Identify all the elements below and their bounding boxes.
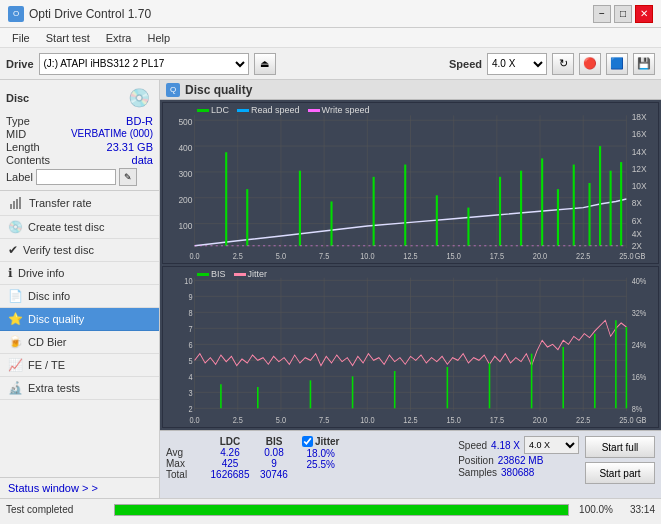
- svg-text:2.5: 2.5: [233, 414, 244, 425]
- svg-text:8X: 8X: [632, 198, 642, 209]
- svg-text:5.0: 5.0: [276, 414, 287, 425]
- svg-text:25.0: 25.0: [619, 414, 634, 425]
- minimize-button[interactable]: −: [593, 5, 611, 23]
- content-title: Disc quality: [185, 83, 252, 97]
- svg-text:15.0: 15.0: [447, 252, 462, 262]
- sidebar-item-cd-bier[interactable]: 🍺 CD Bier: [0, 331, 159, 354]
- svg-text:20.0: 20.0: [533, 414, 548, 425]
- svg-text:4X: 4X: [632, 229, 642, 240]
- nav-items: Transfer rate 💿 Create test disc ✔ Verif…: [0, 191, 159, 477]
- menu-help[interactable]: Help: [139, 31, 178, 45]
- stats-bis-header: BIS: [252, 436, 296, 447]
- svg-text:10: 10: [184, 275, 192, 286]
- svg-text:300: 300: [178, 168, 192, 179]
- svg-text:2.5: 2.5: [233, 252, 244, 262]
- sidebar: Disc 💿 Type BD-R MID VERBATIMe (000) Len…: [0, 80, 160, 498]
- disc-mid-label: MID: [6, 128, 26, 140]
- extra-tests-icon: 🔬: [8, 381, 23, 395]
- disc-icon: 💿: [125, 84, 153, 112]
- progress-bar-outer: [114, 504, 569, 516]
- jitter-checkbox[interactable]: [302, 436, 313, 447]
- sidebar-item-drive-info[interactable]: ℹ Drive info: [0, 262, 159, 285]
- svg-text:0.0: 0.0: [189, 252, 200, 262]
- speed-select[interactable]: 4.0 X: [487, 53, 547, 75]
- refresh-button[interactable]: ↻: [552, 53, 574, 75]
- disc-label-edit-button[interactable]: ✎: [119, 168, 137, 186]
- verify-test-disc-label: Verify test disc: [23, 244, 94, 256]
- disc-contents-label: Contents: [6, 154, 50, 166]
- transfer-rate-icon: [8, 195, 24, 211]
- drive-select[interactable]: (J:) ATAPI iHBS312 2 PL17: [39, 53, 249, 75]
- transfer-rate-label: Transfer rate: [29, 197, 92, 209]
- svg-text:5.0: 5.0: [276, 252, 287, 262]
- settings-button[interactable]: 🟦: [606, 53, 628, 75]
- svg-text:100: 100: [178, 220, 192, 231]
- stats-bar: LDC BIS Avg 4.26 0.08 Max 425 9 Total 16…: [160, 430, 661, 498]
- svg-text:6X: 6X: [632, 215, 642, 226]
- bottom-chart-svg: 10 9 8 7 6 5 4 3 2 40% 32% 24% 16% 8%: [163, 267, 658, 427]
- svg-text:7: 7: [188, 323, 192, 334]
- sidebar-item-fe-te[interactable]: 📈 FE / TE: [0, 354, 159, 377]
- sidebar-item-transfer-rate[interactable]: Transfer rate: [0, 191, 159, 216]
- stats-max-label: Max: [166, 458, 208, 469]
- drive-label: Drive: [6, 58, 34, 70]
- disc-title: Disc: [6, 92, 29, 104]
- menu-bar: File Start test Extra Help: [0, 28, 661, 48]
- svg-text:8%: 8%: [632, 403, 643, 414]
- create-test-disc-icon: 💿: [8, 220, 23, 234]
- content-header-icon: Q: [166, 83, 180, 97]
- menu-file[interactable]: File: [4, 31, 38, 45]
- svg-text:32%: 32%: [632, 307, 647, 318]
- sidebar-item-verify-test-disc[interactable]: ✔ Verify test disc: [0, 239, 159, 262]
- close-button[interactable]: ✕: [635, 5, 653, 23]
- start-part-button[interactable]: Start part: [585, 462, 655, 484]
- svg-text:8: 8: [188, 307, 192, 318]
- svg-text:25.0: 25.0: [619, 252, 634, 262]
- svg-rect-1: [13, 201, 15, 209]
- eject-button[interactable]: ⏏: [254, 53, 276, 75]
- stats-table: LDC BIS Avg 4.26 0.08 Max 425 9 Total 16…: [166, 436, 296, 480]
- stats-avg-ldc: 4.26: [208, 447, 252, 458]
- speed-select-stat[interactable]: 4.0 X: [524, 436, 579, 454]
- svg-text:2: 2: [188, 403, 192, 414]
- svg-text:12.5: 12.5: [403, 414, 418, 425]
- svg-text:12X: 12X: [632, 163, 647, 174]
- svg-text:9: 9: [188, 291, 192, 302]
- jitter-label: Jitter: [315, 436, 339, 447]
- read-speed-legend-color: [237, 109, 249, 112]
- svg-rect-3: [19, 197, 21, 209]
- svg-text:17.5: 17.5: [490, 252, 505, 262]
- disc-length-value: 23.31 GB: [107, 141, 153, 153]
- svg-text:GB: GB: [635, 252, 646, 262]
- svg-rect-0: [10, 204, 12, 209]
- burn-button[interactable]: 🔴: [579, 53, 601, 75]
- maximize-button[interactable]: □: [614, 5, 632, 23]
- svg-text:7.5: 7.5: [319, 252, 330, 262]
- stats-max-bis: 9: [252, 458, 296, 469]
- sidebar-item-disc-info[interactable]: 📄 Disc info: [0, 285, 159, 308]
- ldc-legend-color: [197, 109, 209, 112]
- svg-text:20.0: 20.0: [533, 252, 548, 262]
- sidebar-item-create-test-disc[interactable]: 💿 Create test disc: [0, 216, 159, 239]
- stats-ldc-header: LDC: [208, 436, 252, 447]
- svg-text:17.5: 17.5: [490, 414, 505, 425]
- disc-label-input[interactable]: [36, 169, 116, 185]
- disc-quality-label: Disc quality: [28, 313, 84, 325]
- jitter-legend-label: Jitter: [248, 269, 268, 279]
- start-full-button[interactable]: Start full: [585, 436, 655, 458]
- sidebar-item-extra-tests[interactable]: 🔬 Extra tests: [0, 377, 159, 400]
- svg-text:10X: 10X: [632, 181, 647, 192]
- cd-bier-label: CD Bier: [28, 336, 67, 348]
- disc-info-label: Disc info: [28, 290, 70, 302]
- save-button[interactable]: 💾: [633, 53, 655, 75]
- svg-rect-2: [16, 199, 18, 209]
- menu-start-test[interactable]: Start test: [38, 31, 98, 45]
- elapsed-time: 33:14: [621, 504, 655, 515]
- menu-extra[interactable]: Extra: [98, 31, 140, 45]
- fe-te-label: FE / TE: [28, 359, 65, 371]
- disc-info-icon: 📄: [8, 289, 23, 303]
- status-window-link[interactable]: Status window > >: [0, 477, 159, 498]
- extra-tests-label: Extra tests: [28, 382, 80, 394]
- svg-text:22.5: 22.5: [576, 252, 591, 262]
- sidebar-item-disc-quality[interactable]: ⭐ Disc quality: [0, 308, 159, 331]
